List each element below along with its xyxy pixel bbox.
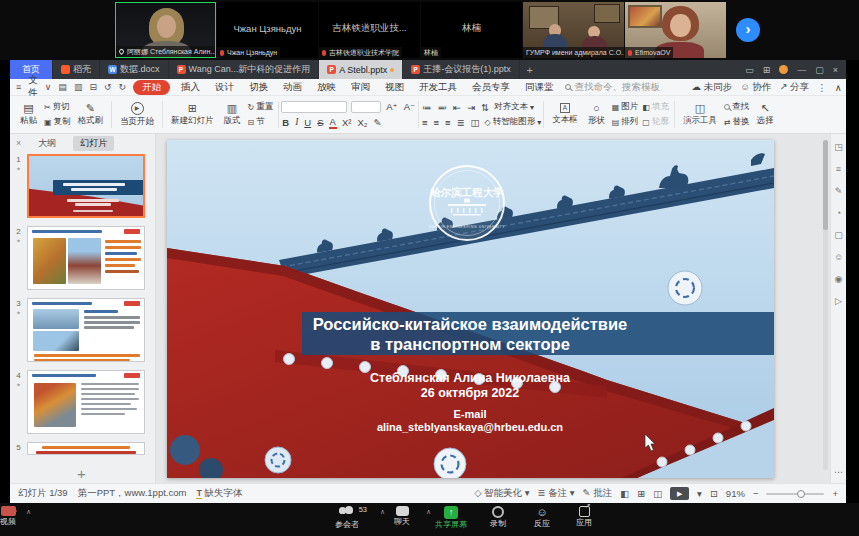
strikethrough-button[interactable]: S: [316, 117, 324, 128]
video-tile-efimova[interactable]: EfimovaOV: [625, 2, 726, 58]
play-options-chevron-icon[interactable]: ▾: [697, 488, 702, 499]
numbered-list-icon[interactable]: ≕: [436, 102, 448, 113]
notes-button[interactable]: ≣ 备注 ▾: [538, 487, 575, 500]
command-search-box[interactable]: 查找命令、搜索模板: [565, 81, 685, 94]
presentation-tools-button[interactable]: ◫演示工具: [680, 102, 720, 127]
slide-thumbnail-3[interactable]: [27, 298, 145, 362]
add-slide-button[interactable]: +: [12, 463, 151, 483]
sync-status[interactable]: ☁ 未同步: [692, 81, 733, 94]
increase-font-icon[interactable]: A⁺: [385, 101, 398, 112]
align-left-icon[interactable]: ≡: [421, 117, 429, 128]
menu-tab-developer[interactable]: 开发工具: [415, 80, 461, 95]
share-button[interactable]: ↗ 分享: [780, 81, 810, 94]
menu-tab-transition[interactable]: 切换: [245, 80, 272, 95]
minimize-button[interactable]: —: [797, 65, 806, 75]
hamburger-icon[interactable]: ≡: [16, 82, 21, 92]
paste-button[interactable]: ▤粘贴: [17, 102, 40, 127]
cut-button[interactable]: ✂剪切: [44, 101, 71, 113]
menu-tab-insert[interactable]: 插入: [177, 80, 204, 95]
close-button[interactable]: ×: [833, 65, 838, 75]
animation-pane-icon[interactable]: ✎: [835, 186, 843, 196]
bullet-list-icon[interactable]: ≔: [421, 102, 433, 113]
layers-icon[interactable]: ▢: [834, 230, 843, 240]
menu-tab-classroom[interactable]: 同课堂: [521, 80, 558, 95]
replace-button[interactable]: ⇄替换: [724, 116, 750, 128]
smart-beautify-button[interactable]: ◇ 智能美化 ▾: [474, 487, 529, 500]
participants-button[interactable]: 53 参会者 ∧: [322, 506, 372, 529]
video-tile-steblyanskaya[interactable]: 阿丽娜 Стеблянская Алин...: [115, 2, 216, 58]
align-right-icon[interactable]: ≡: [444, 117, 452, 128]
zoom-slider[interactable]: [766, 493, 824, 495]
font-size-box[interactable]: [351, 101, 381, 113]
history-icon[interactable]: ◔: [836, 208, 841, 218]
collaborate-button[interactable]: ☺ 协作: [740, 81, 771, 94]
video-tile-gumrf[interactable]: ГУМРФ имени адмирала С.О...: [523, 2, 624, 58]
decrease-indent-icon[interactable]: ⇤: [452, 102, 462, 113]
slide-thumbnail-1-selected[interactable]: [27, 154, 145, 218]
format-painter-button[interactable]: ✎格式刷: [75, 102, 107, 127]
comments-button[interactable]: ✎ 批注: [583, 487, 613, 500]
video-tile-jilin[interactable]: 吉林铁道职业技... 吉林铁道职业技术学院: [319, 2, 420, 58]
zoom-in-button[interactable]: +: [832, 488, 838, 499]
play-from-current-button[interactable]: ▶当页开始: [117, 102, 157, 128]
zoom-slider-knob[interactable]: [797, 490, 805, 498]
print-icon[interactable]: ⊟: [89, 82, 97, 92]
slide-thumbnail-4[interactable]: [27, 370, 145, 434]
tab-list-icon[interactable]: ⊞: [763, 65, 771, 75]
superscript-button[interactable]: X²: [341, 117, 353, 128]
columns-icon[interactable]: ◫: [470, 117, 481, 128]
media-icon[interactable]: ▷: [835, 296, 842, 306]
menu-tab-slideshow[interactable]: 放映: [313, 80, 340, 95]
outline-button[interactable]: ▢轮廓: [642, 116, 669, 128]
bold-button[interactable]: B: [281, 117, 290, 128]
menu-tab-animation[interactable]: 动画: [279, 80, 306, 95]
font-name-box[interactable]: [281, 101, 347, 113]
highlight-button[interactable]: ✎: [372, 117, 382, 128]
font-color-button[interactable]: A: [329, 116, 337, 129]
picture-button[interactable]: ▦图片: [612, 101, 639, 113]
save-icon[interactable]: ▤: [58, 82, 67, 92]
normal-view-icon[interactable]: ◧: [620, 488, 629, 499]
reactions-button[interactable]: ☺ 反应: [524, 506, 560, 528]
selection-pane-icon[interactable]: ≡: [836, 164, 841, 174]
select-button[interactable]: ↖选择: [754, 102, 777, 127]
new-document-tab-button[interactable]: +: [520, 60, 540, 79]
slide-layout-button[interactable]: ▥版式: [221, 102, 244, 127]
zoom-level[interactable]: 91%: [726, 488, 745, 499]
subscript-button[interactable]: X₂: [356, 117, 368, 128]
align-text-button[interactable]: 对齐文本▾: [494, 101, 534, 113]
help-icon[interactable]: ◉: [835, 274, 843, 284]
tab-outline[interactable]: 大纲: [31, 136, 63, 151]
video-tile-linnan[interactable]: 林楠 林楠: [421, 2, 522, 58]
menu-tab-member[interactable]: 会员专享: [468, 80, 514, 95]
video-options-caret-icon[interactable]: ∧: [26, 508, 31, 516]
object-properties-icon[interactable]: ◳: [834, 142, 843, 152]
undo-icon[interactable]: ↺: [104, 82, 112, 92]
tab-doc-astebl-active[interactable]: PA Stebl.pptx: [319, 60, 403, 79]
slideshow-play-button[interactable]: ▶: [670, 487, 689, 500]
slide-thumbnail-2[interactable]: [27, 226, 145, 290]
align-center-icon[interactable]: ≡: [433, 117, 441, 128]
next-page-videos-button[interactable]: ›: [736, 18, 760, 42]
rail-more-icon[interactable]: ⋯: [834, 467, 843, 477]
shapes-button[interactable]: ○形状: [585, 102, 608, 127]
copy-button[interactable]: ▣复制: [44, 116, 71, 128]
layout-switch-icon[interactable]: ▭: [745, 65, 754, 75]
section-button[interactable]: ⊟节: [248, 116, 274, 128]
tab-doc-wangcan[interactable]: PWang Can...新中科的促进作用: [169, 60, 320, 79]
output-icon[interactable]: ▥: [74, 82, 83, 92]
italic-button[interactable]: I: [294, 117, 299, 127]
record-button[interactable]: 录制: [480, 506, 516, 528]
collapse-ribbon-icon[interactable]: ∧: [835, 82, 842, 93]
redo-icon[interactable]: ↻: [118, 82, 126, 92]
text-box-button[interactable]: A文本框: [549, 103, 581, 126]
fill-button[interactable]: ◧填充: [642, 101, 669, 113]
slide-canvas[interactable]: 哈尔滨工程大学 HARBIN ENGINEERING UNIVERSITY Ро…: [156, 134, 830, 483]
chat-button[interactable]: 聊天 ∧: [384, 506, 420, 526]
reading-view-icon[interactable]: ◫: [653, 488, 662, 499]
apps-button[interactable]: 应用: [566, 506, 602, 527]
menu-tab-review[interactable]: 审阅: [347, 80, 374, 95]
tab-doc-wangpeng[interactable]: P王捧-会议报告(1).pptx: [403, 60, 520, 79]
menu-tab-view[interactable]: 视图: [381, 80, 408, 95]
new-slide-button[interactable]: ⊞新建幻灯片: [168, 102, 217, 127]
